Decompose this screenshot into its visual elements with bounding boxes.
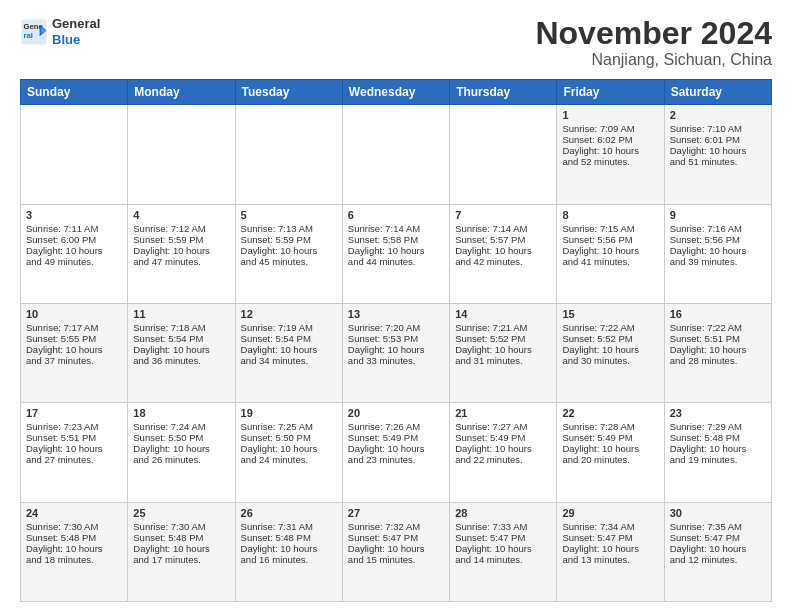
weekday-header-wednesday: Wednesday [342, 80, 449, 105]
logo-line2: Blue [52, 32, 100, 48]
svg-text:ral: ral [24, 30, 33, 39]
logo-icon: Gene ral [20, 18, 48, 46]
week-row-1: 1Sunrise: 7:09 AMSunset: 6:02 PMDaylight… [21, 105, 772, 204]
day-number: 19 [241, 407, 337, 419]
day-number: 23 [670, 407, 766, 419]
calendar-cell: 19Sunrise: 7:25 AMSunset: 5:50 PMDayligh… [235, 403, 342, 502]
title-block: November 2024 Nanjiang, Sichuan, China [535, 16, 772, 69]
day-number: 18 [133, 407, 229, 419]
week-row-4: 17Sunrise: 7:23 AMSunset: 5:51 PMDayligh… [21, 403, 772, 502]
day-number: 26 [241, 507, 337, 519]
calendar-cell: 17Sunrise: 7:23 AMSunset: 5:51 PMDayligh… [21, 403, 128, 502]
calendar-cell [235, 105, 342, 204]
calendar-cell: 22Sunrise: 7:28 AMSunset: 5:49 PMDayligh… [557, 403, 664, 502]
calendar-cell [21, 105, 128, 204]
logo: Gene ral General Blue [20, 16, 100, 47]
day-number: 22 [562, 407, 658, 419]
day-number: 13 [348, 308, 444, 320]
calendar-cell: 3Sunrise: 7:11 AMSunset: 6:00 PMDaylight… [21, 204, 128, 303]
day-number: 4 [133, 209, 229, 221]
logo-text: General Blue [52, 16, 100, 47]
week-row-5: 24Sunrise: 7:30 AMSunset: 5:48 PMDayligh… [21, 502, 772, 601]
calendar-cell: 21Sunrise: 7:27 AMSunset: 5:49 PMDayligh… [450, 403, 557, 502]
calendar-cell: 10Sunrise: 7:17 AMSunset: 5:55 PMDayligh… [21, 303, 128, 402]
day-number: 27 [348, 507, 444, 519]
page: Gene ral General Blue November 2024 Nanj… [0, 0, 792, 612]
page-title: November 2024 [535, 16, 772, 51]
calendar-cell: 11Sunrise: 7:18 AMSunset: 5:54 PMDayligh… [128, 303, 235, 402]
calendar-cell: 6Sunrise: 7:14 AMSunset: 5:58 PMDaylight… [342, 204, 449, 303]
weekday-header-row: SundayMondayTuesdayWednesdayThursdayFrid… [21, 80, 772, 105]
calendar-cell: 26Sunrise: 7:31 AMSunset: 5:48 PMDayligh… [235, 502, 342, 601]
calendar-cell: 15Sunrise: 7:22 AMSunset: 5:52 PMDayligh… [557, 303, 664, 402]
day-number: 3 [26, 209, 122, 221]
calendar-cell: 12Sunrise: 7:19 AMSunset: 5:54 PMDayligh… [235, 303, 342, 402]
calendar-cell [342, 105, 449, 204]
day-number: 14 [455, 308, 551, 320]
day-number: 25 [133, 507, 229, 519]
calendar-cell: 20Sunrise: 7:26 AMSunset: 5:49 PMDayligh… [342, 403, 449, 502]
week-row-2: 3Sunrise: 7:11 AMSunset: 6:00 PMDaylight… [21, 204, 772, 303]
day-number: 5 [241, 209, 337, 221]
weekday-header-thursday: Thursday [450, 80, 557, 105]
calendar-cell: 16Sunrise: 7:22 AMSunset: 5:51 PMDayligh… [664, 303, 771, 402]
calendar-cell [450, 105, 557, 204]
calendar-cell: 28Sunrise: 7:33 AMSunset: 5:47 PMDayligh… [450, 502, 557, 601]
day-number: 8 [562, 209, 658, 221]
header: Gene ral General Blue November 2024 Nanj… [20, 16, 772, 69]
calendar-cell: 4Sunrise: 7:12 AMSunset: 5:59 PMDaylight… [128, 204, 235, 303]
day-number: 21 [455, 407, 551, 419]
week-row-3: 10Sunrise: 7:17 AMSunset: 5:55 PMDayligh… [21, 303, 772, 402]
day-number: 7 [455, 209, 551, 221]
calendar-cell: 27Sunrise: 7:32 AMSunset: 5:47 PMDayligh… [342, 502, 449, 601]
day-number: 30 [670, 507, 766, 519]
calendar-cell: 14Sunrise: 7:21 AMSunset: 5:52 PMDayligh… [450, 303, 557, 402]
day-number: 10 [26, 308, 122, 320]
calendar-cell: 25Sunrise: 7:30 AMSunset: 5:48 PMDayligh… [128, 502, 235, 601]
weekday-header-tuesday: Tuesday [235, 80, 342, 105]
day-number: 2 [670, 109, 766, 121]
day-number: 11 [133, 308, 229, 320]
day-number: 6 [348, 209, 444, 221]
day-number: 1 [562, 109, 658, 121]
day-number: 28 [455, 507, 551, 519]
weekday-header-sunday: Sunday [21, 80, 128, 105]
calendar-table: SundayMondayTuesdayWednesdayThursdayFrid… [20, 79, 772, 602]
calendar-cell: 24Sunrise: 7:30 AMSunset: 5:48 PMDayligh… [21, 502, 128, 601]
calendar-cell: 23Sunrise: 7:29 AMSunset: 5:48 PMDayligh… [664, 403, 771, 502]
calendar-cell: 18Sunrise: 7:24 AMSunset: 5:50 PMDayligh… [128, 403, 235, 502]
calendar-cell: 29Sunrise: 7:34 AMSunset: 5:47 PMDayligh… [557, 502, 664, 601]
calendar-cell: 8Sunrise: 7:15 AMSunset: 5:56 PMDaylight… [557, 204, 664, 303]
day-number: 15 [562, 308, 658, 320]
page-subtitle: Nanjiang, Sichuan, China [535, 51, 772, 69]
calendar-cell: 30Sunrise: 7:35 AMSunset: 5:47 PMDayligh… [664, 502, 771, 601]
day-number: 12 [241, 308, 337, 320]
day-number: 17 [26, 407, 122, 419]
calendar-cell: 1Sunrise: 7:09 AMSunset: 6:02 PMDaylight… [557, 105, 664, 204]
weekday-header-friday: Friday [557, 80, 664, 105]
day-number: 20 [348, 407, 444, 419]
calendar-cell: 13Sunrise: 7:20 AMSunset: 5:53 PMDayligh… [342, 303, 449, 402]
logo-line1: General [52, 16, 100, 32]
day-number: 24 [26, 507, 122, 519]
calendar-cell: 9Sunrise: 7:16 AMSunset: 5:56 PMDaylight… [664, 204, 771, 303]
weekday-header-saturday: Saturday [664, 80, 771, 105]
calendar-cell [128, 105, 235, 204]
day-number: 29 [562, 507, 658, 519]
calendar-cell: 5Sunrise: 7:13 AMSunset: 5:59 PMDaylight… [235, 204, 342, 303]
day-number: 16 [670, 308, 766, 320]
calendar-cell: 7Sunrise: 7:14 AMSunset: 5:57 PMDaylight… [450, 204, 557, 303]
calendar-cell: 2Sunrise: 7:10 AMSunset: 6:01 PMDaylight… [664, 105, 771, 204]
weekday-header-monday: Monday [128, 80, 235, 105]
day-number: 9 [670, 209, 766, 221]
